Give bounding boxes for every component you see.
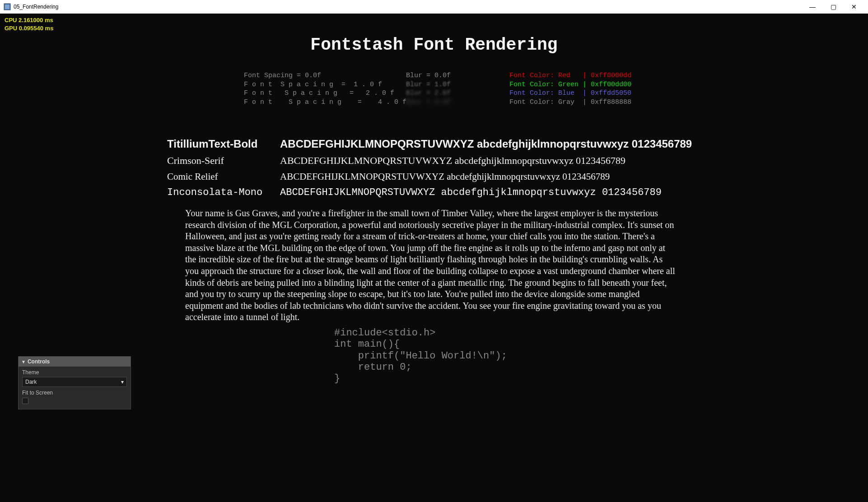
fit-to-screen-label: Fit to Screen: [22, 390, 127, 396]
spacing-column: Font Spacing = 0.0f F o n t S p a c i n …: [244, 71, 402, 107]
gpu-time: GPU 0.095540 ms: [5, 24, 53, 33]
font-row-titillium: TitilliumText-Bold ABCDEFGHIJKLMNOPQRSTU…: [167, 138, 692, 150]
cpu-time: CPU 2.161000 ms: [5, 16, 53, 24]
controls-title: Controls: [28, 358, 50, 365]
maximize-button[interactable]: ▢: [823, 0, 844, 14]
color-row-red: Font Color: Red | 0xff0000dd: [509, 71, 631, 80]
blur-row-1: Blur = 1.0f: [406, 80, 505, 89]
font-name: Inconsolata-Mono: [167, 187, 280, 198]
font-sample: ABCDEFGHIJKLMNOPQRSTUVWXYZ abcdefghijklm…: [280, 155, 625, 167]
titlebar: 05_FontRendering — ▢ ✕: [0, 0, 868, 14]
minimize-button[interactable]: —: [802, 0, 823, 14]
story-paragraph: Your name is Gus Graves, and you're a fi…: [185, 208, 675, 323]
fit-to-screen-checkbox[interactable]: [22, 398, 28, 404]
controls-panel: ▼ Controls Theme Dark ▾ Fit to Screen: [18, 356, 131, 409]
spacing-row-0: Font Spacing = 0.0f: [244, 71, 402, 80]
theme-value: Dark: [25, 379, 37, 385]
font-demo-block: Font Spacing = 0.0f F o n t S p a c i n …: [244, 71, 631, 107]
blur-row-2: Blur = 2.0f: [406, 89, 505, 98]
theme-select[interactable]: Dark ▾: [22, 377, 127, 387]
theme-label: Theme: [22, 369, 127, 376]
color-column: Font Color: Red | 0xff0000dd Font Color:…: [509, 71, 631, 107]
blur-row-3: Blur = 4.0f: [406, 98, 505, 107]
code-sample: #include<stdio.h> int main(){ printf("He…: [334, 327, 507, 384]
svg-rect-1: [5, 5, 9, 9]
viewport: CPU 2.161000 ms GPU 0.095540 ms Fontstas…: [0, 14, 868, 502]
font-sample: ABCDEFGHIJKLMNOPQRSTUVWXYZ abcdefghijklm…: [280, 187, 662, 198]
spacing-row-3: F o n t S p a c i n g = 4 . 0 f: [244, 98, 402, 107]
spacing-row-1: F o n t S p a c i n g = 1 . 0 f: [244, 80, 402, 89]
app-icon: [4, 3, 11, 10]
perf-overlay: CPU 2.161000 ms GPU 0.095540 ms: [5, 16, 53, 33]
font-row-crimson: Crimson-Serif ABCDEFGHIJKLMNOPQRSTUVWXYZ…: [167, 155, 692, 167]
color-row-green: Font Color: Green | 0xff00dd00: [509, 80, 631, 89]
font-row-inconsolata: Inconsolata-Mono ABCDEFGHIJKLMNOPQRSTUVW…: [167, 187, 692, 198]
font-list: TitilliumText-Bold ABCDEFGHIJKLMNOPQRSTU…: [167, 138, 692, 203]
spacing-row-2: F o n t S p a c i n g = 2 . 0 f: [244, 89, 402, 98]
color-row-gray: Font Color: Gray | 0xff888888: [509, 98, 631, 107]
font-name: Comic Relief: [167, 171, 280, 182]
font-sample: ABCDEFGHIJKLMNOPQRSTUVWXYZ abcdefghijklm…: [280, 171, 610, 182]
window-title: 05_FontRendering: [14, 4, 58, 10]
chevron-down-icon: ▾: [121, 379, 124, 385]
font-name: TitilliumText-Bold: [167, 138, 280, 150]
font-sample: ABCDEFGHIJKLMNOPQRSTUVWXYZ abcdefghijklm…: [280, 138, 692, 150]
page-title: Fontstash Font Rendering: [0, 35, 868, 55]
controls-header[interactable]: ▼ Controls: [19, 357, 131, 367]
font-name: Crimson-Serif: [167, 155, 280, 167]
color-row-blue: Font Color: Blue | 0xffdd5050: [509, 89, 631, 98]
font-row-comic: Comic Relief ABCDEFGHIJKLMNOPQRSTUVWXYZ …: [167, 171, 692, 182]
blur-row-0: Blur = 0.0f: [406, 71, 505, 80]
chevron-down-icon: ▼: [21, 359, 26, 364]
blur-column: Blur = 0.0f Blur = 1.0f Blur = 2.0f Blur…: [406, 71, 505, 107]
close-button[interactable]: ✕: [844, 0, 864, 14]
